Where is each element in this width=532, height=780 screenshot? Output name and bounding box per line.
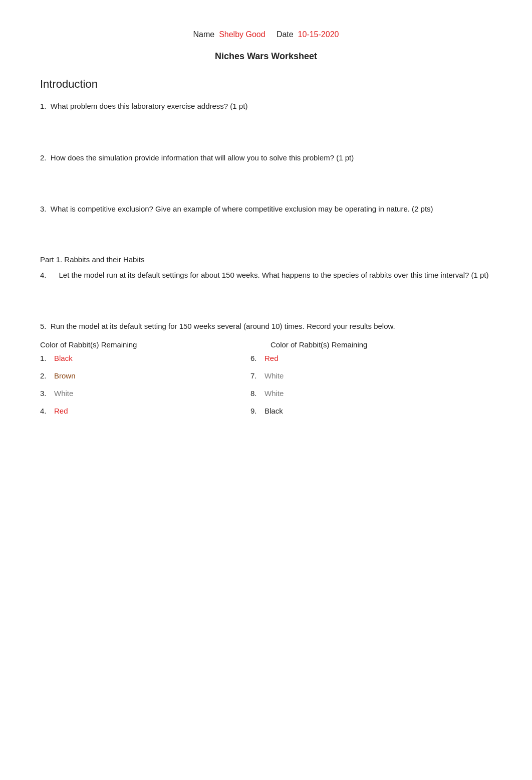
q1-number: 1. bbox=[40, 102, 47, 110]
date-value: 10-15-2020 bbox=[298, 30, 339, 39]
item-num: 1. bbox=[40, 354, 54, 362]
item-num: 7. bbox=[250, 371, 264, 380]
list-item: 9. Black bbox=[250, 407, 421, 415]
results-grid: 1. Black 2. Brown 3. White 4. Red bbox=[40, 354, 492, 424]
q4-body: Let the model run at its default setting… bbox=[59, 271, 489, 279]
item-num: 6. bbox=[250, 354, 264, 362]
item-num: 9. bbox=[250, 407, 264, 415]
question-5-text: 5. Run the model at its default setting … bbox=[40, 321, 492, 332]
results-table: Color of Rabbit(s) Remaining Color of Ra… bbox=[40, 340, 492, 424]
col1-header: Color of Rabbit(s) Remaining bbox=[40, 340, 230, 349]
question-1: 1. What problem does this laboratory exe… bbox=[40, 101, 492, 112]
list-item: 7. White bbox=[250, 371, 421, 380]
results-col2: 6. Red 7. White 8. White 9. Black bbox=[250, 354, 421, 424]
col2-header: Color of Rabbit(s) Remaining bbox=[271, 340, 461, 349]
list-item: 4. Red bbox=[40, 407, 210, 415]
q2-number: 2. bbox=[40, 153, 47, 162]
list-item: 1. Black bbox=[40, 354, 210, 362]
item-num: 8. bbox=[250, 389, 264, 398]
item-num: 2. bbox=[40, 371, 54, 380]
part1-section: Part 1. Rabbits and their Habits 4. Let … bbox=[40, 255, 492, 424]
item-color: Red bbox=[54, 407, 68, 415]
date-label: Date bbox=[277, 30, 294, 39]
q1-body: What problem does this laboratory exerci… bbox=[51, 102, 248, 110]
question-5: 5. Run the model at its default setting … bbox=[40, 321, 492, 424]
item-color: Brown bbox=[54, 371, 76, 380]
col-headers-row: Color of Rabbit(s) Remaining Color of Ra… bbox=[40, 340, 492, 349]
question-2-text: 2. How does the simulation provide infor… bbox=[40, 152, 492, 164]
item-color: Red bbox=[264, 354, 279, 362]
item-num: 3. bbox=[40, 389, 54, 398]
q5-number: 5. bbox=[40, 322, 47, 330]
item-color: White bbox=[264, 371, 284, 380]
item-num: 4. bbox=[40, 407, 54, 415]
list-item: 6. Red bbox=[250, 354, 421, 362]
question-4-text: 4. Let the model run at its default sett… bbox=[40, 270, 492, 281]
question-2: 2. How does the simulation provide infor… bbox=[40, 152, 492, 164]
q4-number: 4. bbox=[40, 271, 47, 279]
introduction-heading: Introduction bbox=[40, 78, 492, 91]
q2-body: How does the simulation provide informat… bbox=[51, 153, 354, 162]
header: Name Shelby Good Date 10-15-2020 bbox=[40, 30, 492, 39]
introduction-section: Introduction 1. What problem does this l… bbox=[40, 78, 492, 215]
question-1-text: 1. What problem does this laboratory exe… bbox=[40, 101, 492, 112]
list-item: 8. White bbox=[250, 389, 421, 398]
part1-heading: Part 1. Rabbits and their Habits bbox=[40, 255, 492, 264]
q3-number: 3. bbox=[40, 205, 47, 213]
list-item: 2. Brown bbox=[40, 371, 210, 380]
results-col1: 1. Black 2. Brown 3. White 4. Red bbox=[40, 354, 210, 424]
name-label: Name bbox=[193, 30, 215, 39]
question-3-text: 3. What is competitive exclusion? Give a… bbox=[40, 204, 492, 215]
item-color: Black bbox=[54, 354, 73, 362]
item-color: White bbox=[264, 389, 284, 398]
question-3: 3. What is competitive exclusion? Give a… bbox=[40, 204, 492, 215]
q3-body: What is competitive exclusion? Give an e… bbox=[51, 205, 433, 213]
item-color: White bbox=[54, 389, 73, 398]
name-value: Shelby Good bbox=[219, 30, 265, 39]
question-4: 4. Let the model run at its default sett… bbox=[40, 270, 492, 281]
page-title: Niches Wars Worksheet bbox=[40, 51, 492, 62]
q5-body: Run the model at its default setting for… bbox=[51, 322, 395, 330]
list-item: 3. White bbox=[40, 389, 210, 398]
item-color: Black bbox=[264, 407, 283, 415]
